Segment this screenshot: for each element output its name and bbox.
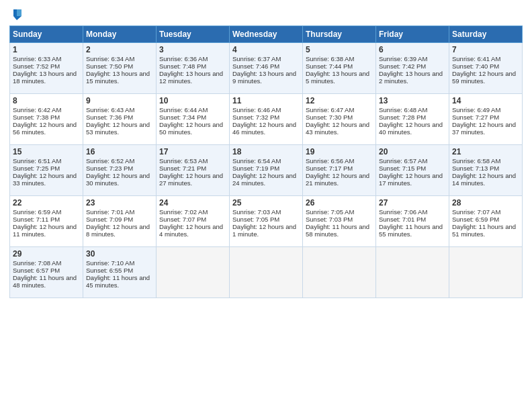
daylight-label: Daylight: 12 hours and 53 minutes.: [86, 121, 150, 136]
day-cell: [449, 247, 523, 298]
day-number: 29: [13, 249, 80, 259]
day-number: 26: [306, 198, 373, 208]
sunset: Sunset: 7:09 PM: [86, 216, 133, 223]
daylight-label: Daylight: 12 hours and 8 minutes.: [86, 223, 150, 238]
daylight-label: Daylight: 12 hours and 43 minutes.: [306, 121, 369, 136]
sunset: Sunset: 7:46 PM: [232, 62, 279, 70]
sunset: Sunset: 7:44 PM: [306, 62, 353, 70]
day-cell: 25Sunrise: 7:03 AMSunset: 7:05 PMDayligh…: [230, 196, 303, 247]
sunrise: Sunrise: 6:41 AM: [452, 55, 500, 62]
sunset: Sunset: 7:30 PM: [306, 113, 353, 121]
day-number: 14: [452, 96, 519, 105]
sunset: Sunset: 7:52 PM: [13, 62, 60, 70]
day-cell: [303, 247, 376, 298]
sunset: Sunset: 7:50 PM: [86, 62, 133, 70]
sunrise: Sunrise: 7:03 AM: [232, 208, 281, 216]
sunrise: Sunrise: 6:53 AM: [159, 157, 208, 165]
daylight-label: Daylight: 12 hours and 21 minutes.: [306, 172, 369, 187]
day-cell: 20Sunrise: 6:57 AMSunset: 7:15 PMDayligh…: [376, 145, 449, 196]
day-cell: 1Sunrise: 6:33 AMSunset: 7:52 PMDaylight…: [10, 43, 83, 94]
daylight-label: Daylight: 11 hours and 45 minutes.: [86, 274, 150, 289]
day-number: 23: [86, 198, 153, 208]
daylight-label: Daylight: 13 hours and 15 minutes.: [86, 70, 150, 85]
sunset: Sunset: 7:03 PM: [306, 216, 353, 223]
daylight-label: Daylight: 12 hours and 37 minutes.: [452, 121, 516, 136]
day-cell: 13Sunrise: 6:48 AMSunset: 7:28 PMDayligh…: [376, 94, 449, 145]
sunset: Sunset: 7:25 PM: [13, 165, 60, 172]
day-number: 18: [232, 147, 300, 156]
col-header-thursday: Thursday: [303, 26, 376, 43]
day-cell: 26Sunrise: 7:05 AMSunset: 7:03 PMDayligh…: [303, 196, 376, 247]
sunrise: Sunrise: 6:46 AM: [232, 106, 281, 113]
daylight-label: Daylight: 12 hours and 17 minutes.: [379, 172, 443, 187]
daylight-label: Daylight: 13 hours and 5 minutes.: [306, 70, 369, 85]
day-number: 22: [13, 198, 80, 208]
day-number: 28: [452, 198, 519, 208]
day-number: 19: [306, 147, 373, 156]
sunrise: Sunrise: 6:54 AM: [232, 157, 281, 165]
sunrise: Sunrise: 6:43 AM: [86, 106, 134, 113]
day-cell: 10Sunrise: 6:44 AMSunset: 7:34 PMDayligh…: [157, 94, 230, 145]
day-cell: 11Sunrise: 6:46 AMSunset: 7:32 PMDayligh…: [230, 94, 303, 145]
daylight-label: Daylight: 13 hours and 12 minutes.: [159, 70, 223, 85]
daylight-label: Daylight: 12 hours and 27 minutes.: [159, 172, 223, 187]
day-cell: [157, 247, 230, 298]
page-header: [9, 7, 523, 21]
day-cell: 27Sunrise: 7:06 AMSunset: 7:01 PMDayligh…: [376, 196, 449, 247]
sunrise: Sunrise: 7:01 AM: [86, 208, 134, 216]
sunset: Sunset: 7:48 PM: [159, 62, 206, 70]
day-cell: 28Sunrise: 7:07 AMSunset: 6:59 PMDayligh…: [449, 196, 523, 247]
sunrise: Sunrise: 6:52 AM: [86, 157, 134, 165]
sunset: Sunset: 6:57 PM: [13, 267, 60, 274]
sunset: Sunset: 7:23 PM: [86, 165, 133, 172]
day-number: 2: [86, 45, 153, 54]
sunset: Sunset: 7:21 PM: [159, 165, 206, 172]
sunrise: Sunrise: 6:57 AM: [379, 157, 427, 165]
day-number: 6: [379, 45, 446, 54]
col-header-sunday: Sunday: [10, 26, 83, 43]
day-number: 24: [159, 198, 226, 208]
daylight-label: Daylight: 12 hours and 33 minutes.: [13, 172, 77, 187]
daylight-label: Daylight: 13 hours and 2 minutes.: [379, 70, 443, 85]
day-cell: 3Sunrise: 6:36 AMSunset: 7:48 PMDaylight…: [157, 43, 230, 94]
sunrise: Sunrise: 6:56 AM: [306, 157, 354, 165]
day-cell: 24Sunrise: 7:02 AMSunset: 7:07 PMDayligh…: [157, 196, 230, 247]
day-cell: 16Sunrise: 6:52 AMSunset: 7:23 PMDayligh…: [83, 145, 157, 196]
sunset: Sunset: 7:38 PM: [13, 113, 60, 121]
sunrise: Sunrise: 6:47 AM: [306, 106, 354, 113]
daylight-label: Daylight: 12 hours and 56 minutes.: [13, 121, 77, 136]
sunset: Sunset: 7:19 PM: [232, 165, 279, 172]
sunset: Sunset: 7:15 PM: [379, 165, 426, 172]
daylight-label: Daylight: 12 hours and 40 minutes.: [379, 121, 443, 136]
logo: [9, 7, 26, 21]
day-number: 17: [159, 147, 226, 156]
logo-icon: [9, 7, 24, 21]
calendar-table: SundayMondayTuesdayWednesdayThursdayFrid…: [9, 26, 523, 298]
day-number: 1: [13, 45, 80, 54]
day-cell: 18Sunrise: 6:54 AMSunset: 7:19 PMDayligh…: [230, 145, 303, 196]
daylight-label: Daylight: 12 hours and 1 minute.: [232, 223, 296, 238]
daylight-label: Daylight: 12 hours and 14 minutes.: [452, 172, 516, 187]
sunrise: Sunrise: 7:05 AM: [306, 208, 354, 216]
day-cell: 23Sunrise: 7:01 AMSunset: 7:09 PMDayligh…: [83, 196, 157, 247]
day-number: 21: [452, 147, 519, 156]
sunrise: Sunrise: 6:38 AM: [306, 55, 354, 62]
day-cell: 19Sunrise: 6:56 AMSunset: 7:17 PMDayligh…: [303, 145, 376, 196]
week-row-5: 29Sunrise: 7:08 AMSunset: 6:57 PMDayligh…: [10, 247, 523, 298]
sunset: Sunset: 7:01 PM: [379, 216, 426, 223]
col-header-friday: Friday: [376, 26, 449, 43]
sunset: Sunset: 6:59 PM: [452, 216, 499, 223]
svg-marker-1: [17, 9, 21, 16]
col-header-tuesday: Tuesday: [157, 26, 230, 43]
daylight-label: Daylight: 12 hours and 50 minutes.: [159, 121, 223, 136]
daylight-label: Daylight: 12 hours and 46 minutes.: [232, 121, 296, 136]
week-row-1: 1Sunrise: 6:33 AMSunset: 7:52 PMDaylight…: [10, 43, 523, 94]
sunset: Sunset: 7:13 PM: [452, 165, 499, 172]
day-number: 4: [232, 45, 300, 54]
daylight-label: Daylight: 11 hours and 51 minutes.: [452, 223, 516, 238]
daylight-label: Daylight: 11 hours and 58 minutes.: [306, 223, 369, 238]
daylight-label: Daylight: 13 hours and 9 minutes.: [232, 70, 296, 85]
day-cell: 5Sunrise: 6:38 AMSunset: 7:44 PMDaylight…: [303, 43, 376, 94]
col-header-saturday: Saturday: [449, 26, 523, 43]
calendar-header: SundayMondayTuesdayWednesdayThursdayFrid…: [10, 26, 523, 43]
